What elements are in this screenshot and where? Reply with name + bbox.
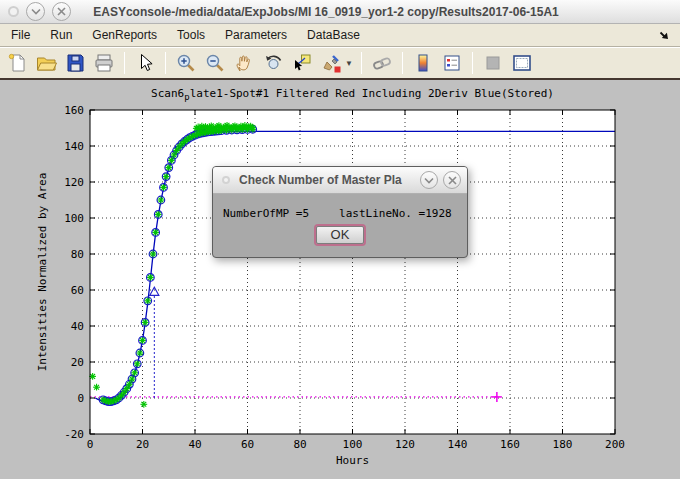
inactive-tool-button	[481, 51, 505, 75]
print-button[interactable]	[92, 51, 116, 75]
window-menu-icon[interactable]	[8, 6, 19, 17]
pan-button[interactable]	[232, 51, 256, 75]
svg-text:0: 0	[87, 438, 94, 451]
data-cursor-button[interactable]	[290, 51, 314, 75]
legend-icon	[441, 52, 463, 74]
chevron-down-icon	[424, 177, 434, 184]
insert-colorbar-button[interactable]	[411, 51, 435, 75]
link-plot-button[interactable]	[370, 51, 394, 75]
number-of-mp-value: NumberOfMP =5	[223, 207, 309, 220]
rotate-3d-icon	[262, 52, 284, 74]
toolbar-separator	[361, 52, 362, 74]
dialog-title: Check Number of Master Pla	[239, 173, 415, 187]
svg-text:Hours: Hours	[336, 454, 369, 467]
disabled-square-icon	[482, 52, 504, 74]
svg-text:160: 160	[500, 438, 520, 451]
zoom-out-button[interactable]	[203, 51, 227, 75]
main-window: EASYconsole-/media/data/ExpJobs/MI 16_09…	[0, 0, 680, 479]
data-cursor-icon	[291, 52, 313, 74]
svg-text:120: 120	[64, 176, 84, 189]
toolbar-separator	[472, 52, 473, 74]
svg-text:200: 200	[605, 438, 625, 451]
new-file-button[interactable]	[5, 51, 29, 75]
new-file-icon	[6, 52, 28, 74]
brush-icon	[320, 52, 342, 74]
toolbar: ▼	[0, 47, 680, 80]
svg-text:120: 120	[395, 438, 415, 451]
svg-text:180: 180	[553, 438, 573, 451]
brush-data-button[interactable]	[319, 51, 343, 75]
svg-text:80: 80	[293, 438, 306, 451]
save-icon	[64, 52, 86, 74]
zoom-in-icon	[175, 52, 197, 74]
svg-text:60: 60	[241, 438, 254, 451]
open-folder-icon	[35, 52, 57, 74]
window-titlebar: EASYconsole-/media/data/ExpJobs/MI 16_09…	[0, 0, 680, 24]
menu-genreports[interactable]: GenReports	[83, 25, 166, 45]
dock-figure-button[interactable]	[510, 51, 534, 75]
detach-arrow-icon[interactable]	[658, 29, 670, 44]
figure-area: 020406080100120140160180200-200204060801…	[0, 80, 680, 479]
dialog-close-button[interactable]	[443, 171, 461, 189]
pan-hand-icon	[233, 52, 255, 74]
edit-cursor-button[interactable]	[133, 51, 157, 75]
svg-text:140: 140	[448, 438, 468, 451]
cursor-arrow-icon	[134, 52, 156, 74]
svg-text:40: 40	[188, 438, 201, 451]
zoom-out-icon	[204, 52, 226, 74]
menubar: File Run GenReports Tools Parameters Dat…	[0, 24, 680, 47]
menu-database[interactable]: DataBase	[298, 25, 369, 45]
rotate-3d-button[interactable]	[261, 51, 285, 75]
svg-text:80: 80	[71, 248, 84, 261]
svg-text:60: 60	[71, 284, 84, 297]
svg-text:160: 160	[64, 104, 84, 117]
dialog-body: NumberOfMP =5lastLineNo. =1928 OK	[213, 194, 467, 244]
menu-parameters[interactable]: Parameters	[216, 25, 296, 45]
open-file-button[interactable]	[34, 51, 58, 75]
dialog-shade-button[interactable]	[420, 171, 438, 189]
svg-text:20: 20	[71, 356, 84, 369]
dialog-titlebar: Check Number of Master Pla	[213, 167, 467, 194]
window-title: EASYconsole-/media/data/ExpJobs/MI 16_09…	[30, 5, 622, 19]
zoom-in-button[interactable]	[174, 51, 198, 75]
dialog-menu-icon[interactable]	[222, 176, 230, 184]
save-button[interactable]	[63, 51, 87, 75]
link-chain-icon	[371, 52, 393, 74]
svg-text:100: 100	[64, 212, 84, 225]
toolbar-separator	[402, 52, 403, 74]
last-line-no-value: lastLineNo. =1928	[339, 207, 452, 220]
svg-text:20: 20	[136, 438, 149, 451]
svg-text:Scan6plate1-Spot#1 Filtered Re: Scan6plate1-Spot#1 Filtered Red Includin…	[151, 87, 554, 102]
plot-canvas[interactable]: 020406080100120140160180200-200204060801…	[0, 80, 680, 479]
svg-text:0: 0	[77, 392, 84, 405]
svg-text:-20: -20	[64, 428, 84, 441]
colorbar-icon	[412, 52, 434, 74]
check-number-dialog: Check Number of Master Pla NumberOfMP =5…	[212, 166, 468, 258]
svg-text:Intensities Normalized by Area: Intensities Normalized by Area	[36, 173, 49, 372]
dialog-info-line: NumberOfMP =5lastLineNo. =1928	[223, 207, 457, 220]
toolbar-separator	[124, 52, 125, 74]
menu-file[interactable]: File	[2, 25, 39, 45]
close-icon	[448, 176, 457, 185]
svg-text:100: 100	[343, 438, 363, 451]
insert-legend-button[interactable]	[440, 51, 464, 75]
toolbar-separator	[165, 52, 166, 74]
svg-text:140: 140	[64, 140, 84, 153]
dock-window-icon	[511, 52, 533, 74]
menu-run[interactable]: Run	[41, 25, 81, 45]
ok-button[interactable]: OK	[316, 226, 364, 244]
menu-tools[interactable]: Tools	[168, 25, 214, 45]
svg-text:40: 40	[71, 320, 84, 333]
brush-dropdown-arrow-icon[interactable]: ▼	[345, 59, 353, 68]
print-icon	[93, 52, 115, 74]
